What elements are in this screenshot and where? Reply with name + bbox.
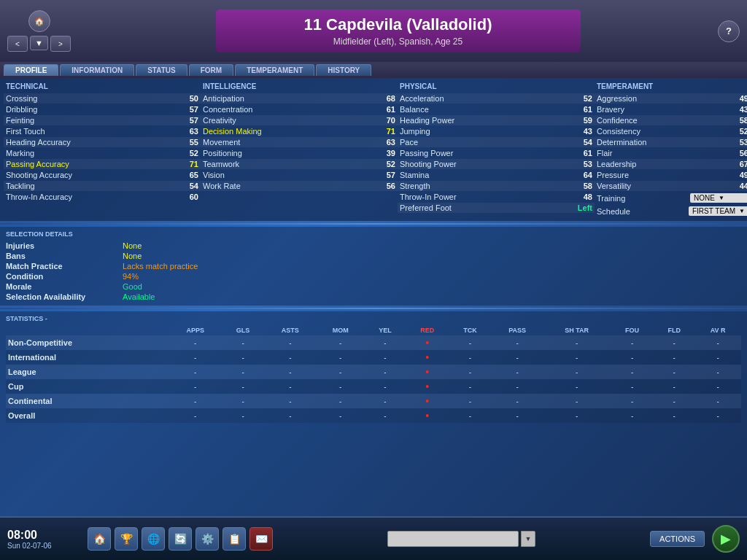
stat-passing-accuracy: Passing Accuracy 71 — [4, 159, 201, 169]
forward-button[interactable]: ▶ — [712, 525, 740, 553]
row-label-cup: Cup — [6, 379, 169, 394]
ov-apps: - — [169, 408, 222, 423]
schedule-row: Schedule FIRST TEAM ▼ — [595, 205, 747, 217]
int-fld: - — [654, 350, 694, 365]
availability-label: Selection Availability — [6, 292, 115, 301]
cup-pass: - — [492, 379, 543, 394]
stat-val-preferred-foot: Left — [570, 203, 592, 212]
stat-val-determination: 53 — [727, 138, 747, 147]
player-number: 11 — [304, 15, 322, 34]
toolbar-notes-icon[interactable]: 📋 — [222, 527, 246, 551]
lea-gls: - — [222, 365, 264, 379]
tab-status[interactable]: STATUS — [136, 64, 187, 76]
stat-name-consistency: Consistency — [597, 127, 727, 136]
stat-val-stamina: 64 — [570, 171, 592, 179]
search-input[interactable] — [387, 531, 519, 547]
stat-name-work-rate: Work Rate — [203, 182, 374, 190]
stat-name-jumping: Jumping — [400, 127, 570, 136]
ov-shtar: - — [543, 408, 611, 423]
stat-val-confidence: 58 — [727, 116, 747, 125]
toolbar-trophy-icon[interactable]: 🏆 — [115, 527, 138, 551]
training-dropdown[interactable]: NONE ▼ — [690, 193, 747, 203]
cup-tck: - — [449, 379, 491, 394]
stat-feinting: Feinting 57 — [4, 115, 201, 125]
tab-form[interactable]: FORM — [189, 64, 233, 76]
row-label-continental: Continental — [6, 394, 169, 408]
stat-heading-power: Heading Power 59 — [398, 115, 595, 125]
stat-val-decision-making: 71 — [374, 127, 395, 136]
row-label-non-competitive: Non-Competitive — [6, 335, 169, 350]
int-tck: - — [449, 350, 491, 365]
physical-label: PHYSICAL — [398, 82, 595, 91]
temperament-label: TEMPERAMENT — [595, 82, 747, 91]
lea-asts: - — [264, 365, 316, 379]
stat-name-concentration: Concentration — [203, 105, 374, 114]
nav-forward-button[interactable]: > — [50, 36, 71, 52]
table-row: Continental - - - - - • - - - - - - — [6, 394, 741, 408]
match-practice-label: Match Practice — [6, 262, 115, 271]
con-mom: - — [317, 394, 365, 408]
stat-name-positioning: Positioning — [203, 149, 374, 158]
stat-tackling: Tackling 54 — [4, 181, 201, 191]
stat-val-strength: 58 — [570, 182, 592, 190]
actions-button[interactable]: ACTIONS — [650, 531, 705, 547]
lea-apps: - — [169, 365, 222, 379]
stat-val-positioning: 39 — [374, 149, 395, 158]
stat-strength: Strength 58 — [398, 181, 595, 191]
schedule-dropdown[interactable]: FIRST TEAM ▼ — [689, 206, 747, 216]
tab-profile[interactable]: PROFILE — [4, 64, 58, 76]
tab-temperament[interactable]: TEMPERAMENT — [235, 64, 314, 76]
statistics-section-title: STATISTICS - — [6, 315, 741, 322]
statistics-title-text: STATISTICS — [6, 315, 43, 322]
table-row: League - - - - - • - - - - - - — [6, 365, 741, 379]
morale-value: Good — [123, 282, 142, 291]
title-area: 11 Capdevila (Valladolid) Midfielder (Le… — [78, 9, 718, 52]
stat-name-versatility: Versatility — [597, 182, 727, 190]
stat-first-touch: First Touch 63 — [4, 126, 201, 136]
nav-buttons: 🏠 < ▼ > — [0, 7, 78, 55]
stat-consistency: Consistency 52 — [595, 126, 747, 136]
con-fou: - — [611, 394, 654, 408]
tab-history[interactable]: HISTORY — [316, 64, 371, 76]
stat-name-feinting: Feinting — [6, 116, 177, 125]
technical-col: Crossing 50 Dribbling 57 Feinting 57 Fir… — [4, 93, 201, 217]
help-button[interactable]: ? — [718, 20, 740, 42]
date-display: Sun 02-07-06 — [7, 542, 80, 550]
toolbar-home-icon[interactable]: 🏠 — [88, 527, 111, 551]
stat-val-pace: 54 — [570, 138, 592, 147]
lea-shtar: - — [543, 365, 611, 379]
condition-value: 94% — [123, 272, 139, 281]
training-row: Training NONE ▼ — [595, 192, 747, 204]
con-avr: - — [694, 394, 741, 408]
stat-acceleration: Acceleration 52 — [398, 93, 595, 104]
dropdown-arrow-button[interactable]: ▼ — [30, 36, 48, 50]
toolbar-mail-icon[interactable]: ✉️ — [249, 527, 273, 551]
nc-red: • — [406, 335, 449, 350]
home-button[interactable]: 🏠 — [28, 10, 50, 32]
nc-shtar: - — [543, 335, 611, 350]
col-header-tck: TCK — [449, 325, 491, 335]
stat-val-versatility: 44 — [727, 182, 747, 190]
stat-val-marking: 52 — [177, 149, 198, 158]
int-gls: - — [222, 350, 264, 365]
tab-information[interactable]: INFORMATION — [60, 64, 134, 76]
stat-val-vision: 57 — [374, 171, 395, 179]
toolbar-refresh-icon[interactable]: 🔄 — [169, 527, 192, 551]
col-header-gls: GLS — [222, 325, 264, 335]
stat-val-heading-accuracy: 55 — [177, 138, 198, 147]
search-dropdown-arrow[interactable]: ▼ — [521, 531, 535, 547]
stats-grid: Crossing 50 Dribbling 57 Feinting 57 Fir… — [4, 93, 743, 217]
selection-section-title: SELECTION DETAILS — [6, 230, 741, 238]
stat-name-balance: Balance — [400, 105, 570, 114]
stat-name-acceleration: Acceleration — [400, 94, 570, 103]
toolbar-globe-icon[interactable]: 🌐 — [142, 527, 165, 551]
stat-name-vision: Vision — [203, 171, 374, 179]
int-shtar: - — [543, 350, 611, 365]
stat-val-acceleration: 52 — [570, 94, 592, 103]
nav-back-button[interactable]: < — [7, 36, 28, 52]
bans-row: Bans None — [6, 251, 741, 261]
nc-asts: - — [264, 335, 316, 350]
int-fou: - — [611, 350, 654, 365]
stat-concentration: Concentration 61 — [201, 104, 398, 114]
toolbar-settings-icon[interactable]: ⚙️ — [196, 527, 219, 551]
